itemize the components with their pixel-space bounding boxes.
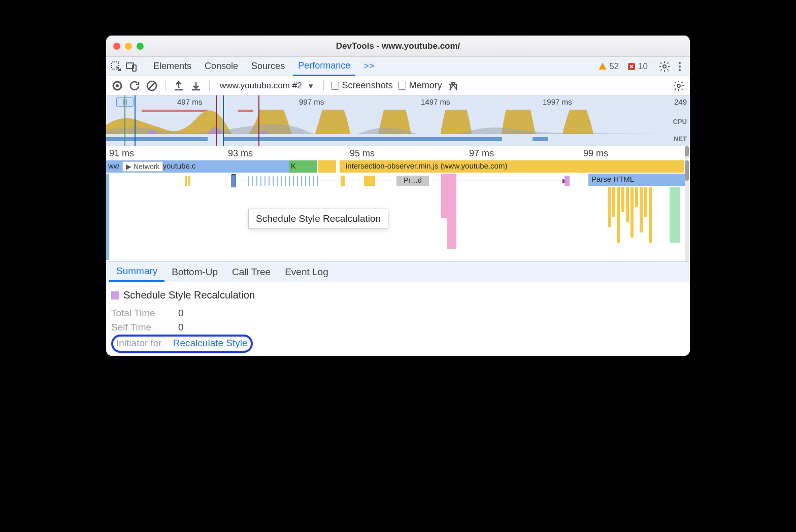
flame-entry-paint[interactable] [670, 187, 680, 243]
warning-icon [598, 62, 607, 71]
flame-small[interactable] [188, 176, 190, 186]
tab-summary[interactable]: Summary [109, 262, 164, 282]
summary-panel: Schedule Style Recalculation Total Time … [106, 282, 690, 356]
flame-small[interactable] [364, 176, 375, 186]
capture-settings-icon[interactable] [673, 80, 685, 92]
event-color-swatch [111, 291, 119, 300]
net-bar [106, 137, 208, 141]
flame-chart[interactable]: ww .com/ (www.youtube.c ▶ Network K inte… [106, 160, 690, 262]
clear-button[interactable] [146, 80, 158, 92]
marker-line [223, 95, 224, 146]
upload-icon[interactable] [173, 80, 185, 92]
overview-tick: 1997 ms [543, 97, 572, 106]
overview-tick: 997 ms [299, 97, 324, 106]
flame-selected-entry[interactable] [232, 175, 235, 187]
devtools-window: DevTools - www.youtube.com/ Elements Con… [106, 36, 690, 356]
separator [653, 61, 653, 72]
tab-call-tree[interactable]: Call Tree [225, 262, 278, 282]
separator [165, 80, 165, 91]
flame-small[interactable] [185, 176, 187, 186]
record-button[interactable] [111, 80, 123, 92]
net-bar [223, 137, 502, 141]
timeline-ruler[interactable]: 91 ms 93 ms 95 ms 97 ms 99 ms [106, 146, 690, 160]
svg-line-11 [148, 82, 155, 89]
inspect-icon[interactable] [110, 60, 122, 73]
tab-sources[interactable]: Sources [246, 57, 290, 76]
memory-checkbox[interactable]: Memory [398, 80, 442, 91]
device-toggle-icon[interactable] [125, 60, 138, 73]
svg-point-7 [679, 69, 681, 71]
summary-row-self-time: Self Time 0 [111, 320, 685, 335]
net-label: NET [674, 135, 687, 143]
summary-title-row: Schedule Style Recalculation [111, 289, 685, 301]
recording-select[interactable]: www.youtube.com #2 [217, 80, 316, 92]
separator [143, 61, 143, 72]
warnings-count[interactable]: 52 [598, 61, 619, 72]
flame-entry-layout[interactable] [441, 188, 456, 218]
flame-entry-layout[interactable] [447, 218, 456, 249]
tab-elements[interactable]: Elements [148, 57, 196, 76]
net-bar [533, 137, 548, 141]
details-tabs-bar: Summary Bottom-Up Call Tree Event Log [106, 262, 690, 282]
flame-entry-layout[interactable] [441, 174, 456, 188]
marker-line [124, 95, 125, 146]
flame-small[interactable] [341, 176, 345, 186]
svg-point-4 [663, 65, 666, 68]
marker-line [216, 95, 217, 146]
settings-icon[interactable] [658, 60, 671, 73]
flame-entry-script[interactable]: intersection-observer.min.js (www.youtub… [340, 160, 684, 173]
initiator-label: Initiator for [116, 338, 162, 349]
flame-entry[interactable] [318, 160, 336, 173]
network-expand-chip[interactable]: ▶ Network [122, 161, 163, 172]
flame-entry-prd[interactable]: Pr…d [396, 176, 429, 186]
panel-tabs-bar: Elements Console Sources Performance >> … [106, 57, 690, 76]
errors-count[interactable]: 10 [627, 61, 648, 72]
performance-overview[interactable]: 497 ms 997 ms 1497 ms 1997 ms 249 CPU NE… [106, 95, 690, 146]
cpu-label: CPU [673, 118, 687, 125]
flame-tooltip: Schedule Style Recalculation [248, 209, 388, 229]
overview-tick: 1497 ms [421, 97, 450, 106]
summary-title: Schedule Style Recalculation [123, 289, 255, 301]
flame-ticks [248, 176, 318, 186]
window-titlebar: DevTools - www.youtube.com/ [106, 36, 690, 57]
ruler-tick: 91 ms [109, 148, 134, 159]
performance-toolbar: www.youtube.com #2 Screenshots Memory [106, 76, 690, 95]
cpu-activity-chart [106, 110, 665, 134]
tab-performance[interactable]: Performance [293, 57, 355, 76]
kebab-menu-icon[interactable] [674, 60, 686, 73]
ruler-tick: 93 ms [228, 148, 253, 159]
tab-console[interactable]: Console [200, 57, 243, 76]
ruler-tick: 97 ms [469, 148, 494, 159]
flame-left-edge [106, 174, 109, 260]
summary-row-total-time: Total Time 0 [111, 306, 685, 320]
separator [323, 80, 324, 91]
svg-point-6 [679, 65, 681, 68]
flame-stack [608, 187, 652, 243]
separator [209, 80, 210, 91]
marker-line [258, 95, 259, 146]
reload-record-button[interactable] [128, 80, 141, 92]
svg-point-12 [677, 84, 680, 87]
ruler-tick: 99 ms [583, 148, 608, 159]
download-icon[interactable] [190, 80, 202, 92]
window-title: DevTools - www.youtube.com/ [106, 41, 690, 51]
scrollbar-thumb[interactable] [685, 160, 689, 181]
flame-entry-style[interactable] [565, 176, 570, 186]
screenshots-checkbox[interactable]: Screenshots [331, 80, 393, 91]
more-tabs-button[interactable]: >> [358, 57, 379, 76]
tab-event-log[interactable]: Event Log [278, 262, 336, 282]
svg-point-5 [679, 62, 681, 64]
garbage-collect-icon[interactable] [447, 80, 459, 92]
overview-tick: 497 ms [177, 97, 202, 106]
initiator-link[interactable]: Recalculate Style [173, 338, 248, 349]
error-icon [627, 62, 636, 71]
marker-line [135, 95, 136, 146]
scrollbar-thumb[interactable] [685, 146, 689, 156]
flame-entry-parse-html[interactable]: Parse HTML [588, 174, 685, 186]
svg-point-9 [116, 84, 119, 87]
overview-tick: 249 [674, 97, 687, 106]
flame-entry-compile[interactable]: K [289, 160, 317, 173]
ruler-tick: 95 ms [350, 148, 375, 159]
initiator-callout: Initiator for Recalculate Style [111, 335, 253, 353]
tab-bottom-up[interactable]: Bottom-Up [164, 262, 225, 282]
